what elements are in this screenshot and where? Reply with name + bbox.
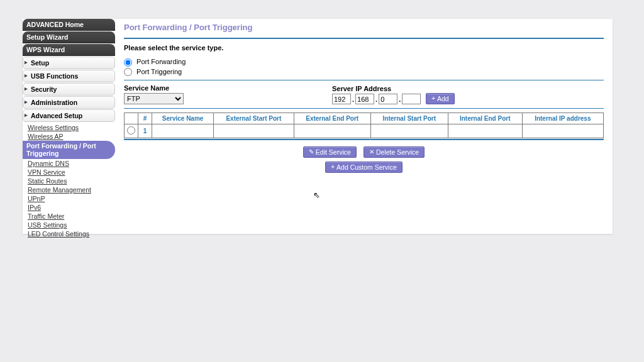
sub-usb-settings[interactable]: USB Settings — [28, 221, 115, 229]
radio-triggering-label: Port Triggering — [136, 68, 182, 75]
sub-port-forwarding[interactable]: Port Forwarding / Port Triggering — [23, 141, 115, 159]
radio-forwarding-input[interactable] — [124, 58, 132, 67]
main-panel: Port Forwarding / Port Triggering Please… — [115, 19, 613, 234]
col-ext-start: External Start Port — [214, 113, 294, 124]
plus-icon: + — [431, 96, 435, 102]
divider — [124, 38, 604, 39]
sidebar: ADVANCED Home Setup Wizard WPS Wizard Se… — [23, 19, 115, 234]
sub-upnp[interactable]: UPnP — [28, 194, 115, 203]
advanced-setup-sublist: Wireless Settings Wireless AP Port Forwa… — [23, 122, 115, 238]
edit-service-button[interactable]: ✎ Edit Service — [303, 146, 357, 158]
table-row[interactable]: 1 — [125, 124, 604, 138]
sub-remote-management[interactable]: Remote Management — [28, 185, 115, 194]
nav-administration[interactable]: Administration — [23, 96, 115, 109]
cell-int-start — [370, 124, 448, 138]
radio-port-triggering[interactable]: Port Triggering — [124, 68, 182, 75]
nav-advanced-home[interactable]: ADVANCED Home — [23, 19, 115, 31]
col-ext-end: External End Port — [294, 113, 370, 124]
add-custom-service-label: Add Custom Service — [336, 163, 397, 171]
instruction-text: Please select the service type. — [124, 44, 604, 52]
ip-octet-4[interactable] — [402, 94, 421, 104]
sub-ipv6[interactable]: IPv6 — [28, 203, 115, 212]
nav-security[interactable]: Security — [23, 83, 115, 96]
divider — [124, 80, 604, 80]
cell-int-ip — [522, 124, 603, 138]
col-int-end: Internal End Port — [448, 113, 522, 124]
ip-octet-1[interactable] — [332, 94, 351, 104]
divider — [124, 139, 604, 140]
sub-wireless-settings[interactable]: Wireless Settings — [28, 123, 115, 132]
col-service-name: Service Name — [152, 113, 214, 124]
service-name-select[interactable]: FTP — [124, 93, 184, 104]
nav-setup-wizard[interactable]: Setup Wizard — [23, 31, 115, 43]
sub-led-control[interactable]: LED Control Settings — [28, 229, 115, 238]
cell-ext-end — [294, 124, 370, 138]
sub-traffic-meter[interactable]: Traffic Meter — [28, 212, 115, 221]
radio-triggering-input[interactable] — [124, 68, 132, 76]
nav-usb-functions[interactable]: USB Functions — [23, 70, 115, 82]
delete-service-label: Delete Service — [376, 148, 419, 156]
cell-ext-start — [214, 124, 294, 138]
col-num: # — [138, 113, 152, 124]
col-int-start: Internal Start Port — [370, 113, 448, 124]
radio-port-forwarding[interactable]: Port Forwarding — [124, 58, 186, 65]
nav-wps-wizard[interactable]: WPS Wizard — [23, 44, 115, 56]
edit-service-label: Edit Service — [316, 148, 351, 156]
cell-service-name — [152, 124, 214, 138]
sub-vpn-service[interactable]: VPN Service — [28, 168, 115, 177]
divider — [124, 108, 604, 109]
sub-wireless-ap[interactable]: Wireless AP — [28, 132, 115, 141]
row-select-radio[interactable] — [127, 126, 135, 134]
col-select — [125, 113, 138, 124]
add-button-label: Add — [437, 95, 449, 102]
nav-advanced-setup[interactable]: Advanced Setup — [23, 109, 115, 122]
ip-octet-3[interactable] — [379, 94, 397, 104]
pencil-icon: ✎ — [309, 149, 314, 155]
radio-forwarding-label: Port Forwarding — [136, 58, 186, 65]
nav-setup[interactable]: Setup — [23, 57, 115, 69]
service-table: # Service Name External Start Port Exter… — [124, 112, 604, 138]
sub-dynamic-dns[interactable]: Dynamic DNS — [28, 159, 115, 168]
service-name-label: Service Name — [124, 84, 184, 92]
x-icon: ✕ — [369, 149, 374, 155]
plus-icon: + — [331, 164, 335, 170]
page-title: Port Forwarding / Port Triggering — [124, 23, 604, 35]
add-custom-service-button[interactable]: + Add Custom Service — [325, 162, 402, 173]
delete-service-button[interactable]: ✕ Delete Service — [364, 146, 425, 158]
col-int-ip: Internal IP address — [522, 113, 603, 124]
add-button[interactable]: + Add — [426, 93, 455, 104]
sub-static-routes[interactable]: Static Routes — [28, 177, 115, 185]
cell-int-end — [448, 124, 522, 138]
server-ip-label: Server IP Address — [332, 85, 421, 92]
ip-octet-2[interactable] — [355, 94, 374, 104]
row-num: 1 — [138, 124, 152, 138]
